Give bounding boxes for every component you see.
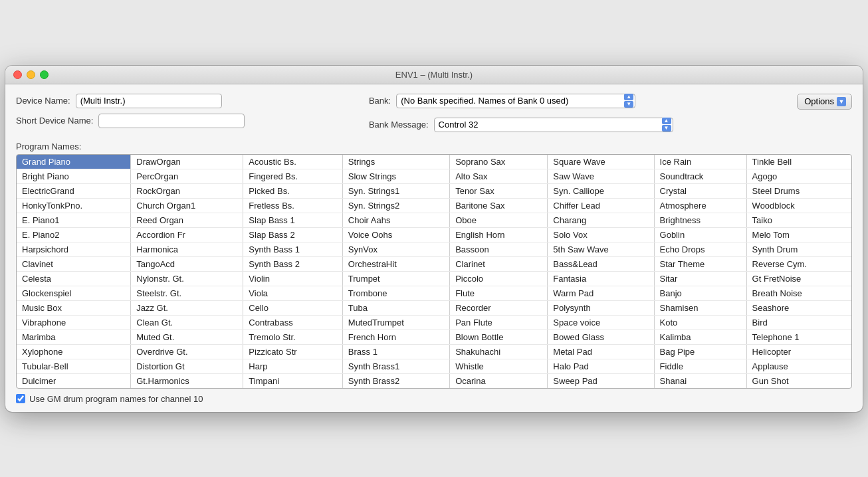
table-row[interactable]: ClavinetTangoAcdSynth Bass 2OrchestraHit… bbox=[17, 256, 851, 271]
table-row[interactable]: XylophoneOverdrive Gt.Pizzicato StrBrass… bbox=[17, 344, 851, 359]
table-cell[interactable]: Reverse Cym. bbox=[746, 256, 851, 271]
table-cell[interactable]: Harp bbox=[243, 359, 342, 373]
table-cell[interactable]: Choir Aahs bbox=[342, 213, 449, 227]
table-cell[interactable]: Voice Oohs bbox=[342, 227, 449, 242]
table-cell[interactable]: Tremolo Str. bbox=[243, 330, 342, 344]
table-cell[interactable]: Soundtrack bbox=[654, 169, 746, 183]
table-cell[interactable]: Warm Pad bbox=[548, 286, 654, 300]
table-cell[interactable]: Muted Gt. bbox=[131, 330, 243, 344]
table-cell[interactable]: Tinkle Bell bbox=[746, 155, 851, 169]
table-cell[interactable]: Piccolo bbox=[450, 271, 548, 286]
table-cell[interactable]: Strings bbox=[342, 155, 449, 169]
table-cell[interactable]: ElectricGrand bbox=[17, 183, 131, 198]
table-cell[interactable]: Church Organ1 bbox=[131, 198, 243, 213]
table-cell[interactable]: Melo Tom bbox=[746, 227, 851, 242]
table-cell[interactable]: Flute bbox=[450, 286, 548, 300]
table-cell[interactable]: Whistle bbox=[450, 359, 548, 373]
table-cell[interactable]: Pizzicato Str bbox=[243, 344, 342, 359]
table-row[interactable]: Bright PianoPercOrganFingered Bs.Slow St… bbox=[17, 169, 851, 183]
table-cell[interactable]: Oboe bbox=[450, 213, 548, 227]
table-cell[interactable]: Timpani bbox=[243, 373, 342, 388]
table-cell[interactable]: Ice Rain bbox=[654, 155, 746, 169]
table-cell[interactable]: Reed Organ bbox=[131, 213, 243, 227]
table-cell[interactable]: Recorder bbox=[450, 300, 548, 315]
table-cell[interactable]: Accordion Fr bbox=[131, 227, 243, 242]
table-cell[interactable]: Dulcimer bbox=[17, 373, 131, 388]
table-cell[interactable]: TangoAcd bbox=[131, 256, 243, 271]
table-cell[interactable]: Overdrive Gt. bbox=[131, 344, 243, 359]
table-row[interactable]: E. Piano1Reed OrganSlap Bass 1Choir Aahs… bbox=[17, 213, 851, 227]
table-cell[interactable]: Harpsichord bbox=[17, 242, 131, 256]
table-cell[interactable]: 5th Saw Wave bbox=[548, 242, 654, 256]
table-cell[interactable]: Tuba bbox=[342, 300, 449, 315]
table-cell[interactable]: Atmosphere bbox=[654, 198, 746, 213]
table-cell[interactable]: E. Piano2 bbox=[17, 227, 131, 242]
table-cell[interactable]: Bowed Glass bbox=[548, 330, 654, 344]
table-cell[interactable]: Solo Vox bbox=[548, 227, 654, 242]
table-cell[interactable]: Gun Shot bbox=[746, 373, 851, 388]
table-cell[interactable]: Fingered Bs. bbox=[243, 169, 342, 183]
table-cell[interactable]: Square Wave bbox=[548, 155, 654, 169]
table-cell[interactable]: Cello bbox=[243, 300, 342, 315]
table-cell[interactable]: Banjo bbox=[654, 286, 746, 300]
table-cell[interactable]: Fretless Bs. bbox=[243, 198, 342, 213]
table-cell[interactable]: Saw Wave bbox=[548, 169, 654, 183]
table-cell[interactable]: Contrabass bbox=[243, 315, 342, 330]
table-cell[interactable]: Seashore bbox=[746, 300, 851, 315]
table-cell[interactable]: Clarinet bbox=[450, 256, 548, 271]
table-cell[interactable]: Baritone Sax bbox=[450, 198, 548, 213]
table-cell[interactable]: Tenor Sax bbox=[450, 183, 548, 198]
table-row[interactable]: HarpsichordHarmonicaSynth Bass 1SynVoxBa… bbox=[17, 242, 851, 256]
table-cell[interactable]: Goblin bbox=[654, 227, 746, 242]
table-row[interactable]: Music BoxJazz Gt.CelloTubaRecorderPolysy… bbox=[17, 300, 851, 315]
close-button[interactable] bbox=[13, 70, 22, 79]
table-cell[interactable]: Slow Strings bbox=[342, 169, 449, 183]
table-cell[interactable]: Halo Pad bbox=[548, 359, 654, 373]
table-cell[interactable]: Crystal bbox=[654, 183, 746, 198]
table-cell[interactable]: Space voice bbox=[548, 315, 654, 330]
table-cell[interactable]: Polysynth bbox=[548, 300, 654, 315]
table-cell[interactable]: Bag Pipe bbox=[654, 344, 746, 359]
table-cell[interactable]: Shanai bbox=[654, 373, 746, 388]
table-cell[interactable]: Star Theme bbox=[654, 256, 746, 271]
table-cell[interactable]: Ocarina bbox=[450, 373, 548, 388]
table-cell[interactable]: Bassoon bbox=[450, 242, 548, 256]
table-cell[interactable]: Synth Drum bbox=[746, 242, 851, 256]
table-cell[interactable]: Syn. Calliope bbox=[548, 183, 654, 198]
table-cell[interactable]: Slap Bass 1 bbox=[243, 213, 342, 227]
table-cell[interactable]: Pan Flute bbox=[450, 315, 548, 330]
table-cell[interactable]: SynVox bbox=[342, 242, 449, 256]
table-cell[interactable]: Grand Piano bbox=[17, 155, 131, 169]
table-cell[interactable]: Synth Brass2 bbox=[342, 373, 449, 388]
table-row[interactable]: HonkyTonkPno.Church Organ1Fretless Bs.Sy… bbox=[17, 198, 851, 213]
table-cell[interactable]: Steelstr. Gt. bbox=[131, 286, 243, 300]
table-cell[interactable]: Sweep Pad bbox=[548, 373, 654, 388]
table-cell[interactable]: Bird bbox=[746, 315, 851, 330]
table-cell[interactable]: Synth Brass1 bbox=[342, 359, 449, 373]
table-cell[interactable]: Harmonica bbox=[131, 242, 243, 256]
table-cell[interactable]: Alto Sax bbox=[450, 169, 548, 183]
table-cell[interactable]: Slap Bass 2 bbox=[243, 227, 342, 242]
bank-message-select[interactable]: Control 32 bbox=[434, 118, 673, 132]
table-cell[interactable]: Sitar bbox=[654, 271, 746, 286]
table-cell[interactable]: Violin bbox=[243, 271, 342, 286]
minimize-button[interactable] bbox=[27, 70, 35, 79]
table-cell[interactable]: Synth Bass 2 bbox=[243, 256, 342, 271]
table-cell[interactable]: PercOrgan bbox=[131, 169, 243, 183]
gm-drum-checkbox[interactable] bbox=[16, 394, 25, 403]
table-cell[interactable]: Brass 1 bbox=[342, 344, 449, 359]
device-name-input[interactable] bbox=[76, 94, 222, 108]
table-cell[interactable]: Glockenspiel bbox=[17, 286, 131, 300]
table-row[interactable]: Grand PianoDrawOrganAcoustic Bs.StringsS… bbox=[17, 155, 851, 169]
options-button[interactable]: Options ▼ bbox=[797, 94, 852, 110]
table-cell[interactable]: Syn. Strings2 bbox=[342, 198, 449, 213]
table-row[interactable]: GlockenspielSteelstr. Gt.ViolaTromboneFl… bbox=[17, 286, 851, 300]
table-cell[interactable]: Acoustic Bs. bbox=[243, 155, 342, 169]
table-cell[interactable]: Shamisen bbox=[654, 300, 746, 315]
table-cell[interactable]: MutedTrumpet bbox=[342, 315, 449, 330]
table-cell[interactable]: Synth Bass 1 bbox=[243, 242, 342, 256]
table-cell[interactable]: Syn. Strings1 bbox=[342, 183, 449, 198]
table-cell[interactable]: Xylophone bbox=[17, 344, 131, 359]
table-cell[interactable]: Gt FretNoise bbox=[746, 271, 851, 286]
table-cell[interactable]: Fiddle bbox=[654, 359, 746, 373]
